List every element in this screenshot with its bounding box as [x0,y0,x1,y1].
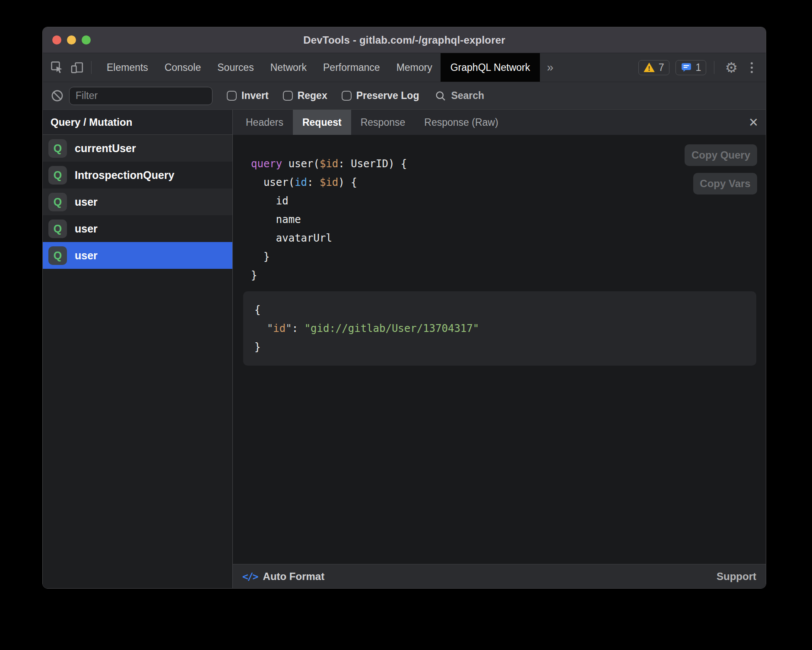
detail-panel: Headers Request Response Response (Raw) … [233,110,766,588]
query-type-badge: Q [48,193,67,211]
invert-checkbox[interactable] [227,91,237,101]
devtools-toolbar: Elements Console Sources Network Perform… [43,53,766,82]
tab-sources[interactable]: Sources [209,53,262,82]
sidebar-empty-area [43,269,232,588]
query-list-item[interactable]: Q IntrospectionQuery [43,162,232,188]
preserve-log-label: Preserve Log [356,90,419,102]
devtools-window: DevTools - gitlab.com/-/graphql-explorer… [42,27,766,589]
window-title: DevTools - gitlab.com/-/graphql-explorer [303,34,505,46]
tab-response[interactable]: Response [351,110,415,135]
regex-option: Regex [283,90,327,102]
tab-performance[interactable]: Performance [315,53,388,82]
devtools-tabs: Elements Console Sources Network Perform… [98,53,540,82]
query-sidebar: Query / Mutation Q currentUser Q Introsp… [43,110,233,588]
tab-memory[interactable]: Memory [388,53,441,82]
filter-bar: Invert Regex Preserve Log Search [43,82,766,109]
titlebar: DevTools - gitlab.com/-/graphql-explorer [43,27,766,53]
query-list-item-label: user [75,196,98,208]
zoom-window-button[interactable] [82,35,91,45]
regex-label: Regex [298,90,327,102]
traffic-lights [52,27,91,53]
query-list-item[interactable]: Q user [43,188,232,215]
query-list-item-label: user [75,249,98,262]
query-list-item-selected[interactable]: Q user [43,242,232,269]
query-variables-box: { "id": "gid://gitlab/User/13704317"} [243,291,756,366]
regex-checkbox[interactable] [283,91,293,101]
invert-option: Invert [227,90,269,102]
preserve-log-checkbox[interactable] [342,91,352,101]
detail-tabs: Headers Request Response Response (Raw) … [233,110,766,135]
graphql-query-code: query user($id: UserID) { user(id: $id) … [251,155,407,285]
support-link[interactable]: Support [717,570,756,583]
warning-count: 7 [659,62,664,73]
query-type-badge: Q [48,166,67,185]
query-type-badge: Q [48,139,67,158]
inspect-icon[interactable] [50,60,64,75]
search-icon [435,90,447,102]
copy-query-button[interactable]: Copy Query [685,144,757,166]
tab-request[interactable]: Request [293,110,351,135]
query-type-badge: Q [48,220,67,238]
tab-network[interactable]: Network [262,53,315,82]
device-toolbar-icon[interactable] [70,60,84,75]
query-list-item-label: currentUser [75,142,136,155]
toolbar-separator [714,61,714,74]
query-list-item[interactable]: Q currentUser [43,135,232,162]
tab-headers[interactable]: Headers [236,110,293,135]
warnings-badge[interactable]: 7 [638,60,669,75]
request-content: query user($id: UserID) { user(id: $id) … [233,135,766,564]
invert-label: Invert [241,90,269,102]
tab-elements[interactable]: Elements [98,53,156,82]
tab-response-raw[interactable]: Response (Raw) [415,110,508,135]
query-list-item-label: user [75,223,98,235]
messages-badge[interactable]: 1 [676,60,707,75]
close-window-button[interactable] [52,35,61,45]
sidebar-header: Query / Mutation [43,110,232,135]
kebab-menu-icon[interactable] [746,62,757,73]
more-tabs-icon[interactable]: » [540,53,560,82]
query-list-item-label: IntrospectionQuery [75,169,174,182]
search-control[interactable]: Search [435,90,484,102]
close-icon[interactable]: × [749,110,758,135]
copy-vars-button[interactable]: Copy Vars [693,173,757,194]
tab-console[interactable]: Console [156,53,209,82]
tab-graphql-network[interactable]: GraphQL Network [441,53,540,82]
bottom-bar: </> Auto Format Support [233,564,766,588]
minimize-window-button[interactable] [67,35,76,45]
block-icon[interactable] [51,89,64,102]
query-list-item[interactable]: Q user [43,215,232,242]
gear-icon[interactable]: ⚙ [722,61,740,75]
message-count: 1 [696,62,701,73]
toolbar-separator [91,61,92,74]
auto-format-button[interactable]: Auto Format [263,570,325,583]
warning-icon [644,62,655,73]
chat-icon [681,62,692,73]
filter-input[interactable] [69,87,213,105]
query-type-badge: Q [48,246,67,265]
code-brackets-icon: </> [242,571,258,582]
main-area: Query / Mutation Q currentUser Q Introsp… [43,109,766,588]
preserve-log-option: Preserve Log [342,90,419,102]
search-label: Search [451,90,484,102]
